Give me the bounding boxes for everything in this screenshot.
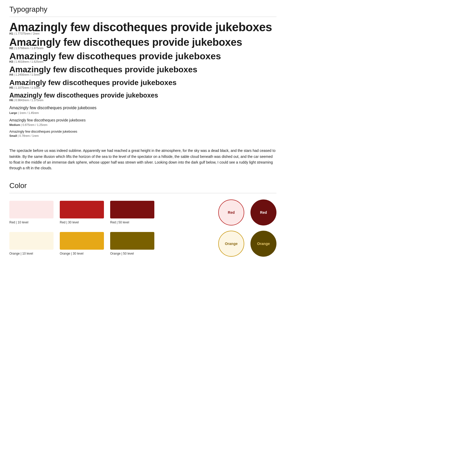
h5-sample: Amazingly few discotheques provide jukeb… [9,79,276,89]
large-meta: Large | 1rem / 1.45rem [9,111,276,114]
orange-circle-dark-shape: Orange [250,231,276,257]
orange-50-label: Orange | 50 level [110,252,154,255]
large-sample: Amazingly few discotheques provide jukeb… [9,105,276,114]
orange-50-rect [110,232,154,250]
h3-sample: Amazingly few discotheques provide jukeb… [9,53,276,63]
h6-text: Amazingly few discotheques provide jukeb… [9,92,276,98]
orange-circle-dark: Orange [250,231,276,257]
red-30-swatch: Red | 30 level [60,201,104,224]
orange-10-swatch: Orange | 10 level [9,232,54,255]
red-50-label: Red | 50 level [110,221,154,224]
orange-30-swatch: Orange | 30 level [60,232,104,255]
red-circle-light-shape: Red [218,199,244,225]
h6-meta: H6 | 0.9843rem / 1.375rem [9,99,276,102]
small-sample: Amazingly few discotheques provide jukeb… [9,130,276,137]
orange-30-rect [60,232,104,250]
page-title: Typography [9,5,276,17]
red-color-row: Red | 10 level Red | 30 level Red | 50 l… [9,199,276,225]
orange-10-label: Orange | 10 level [9,252,54,255]
red-circles: Red Red [177,199,276,225]
h2-text: Amazingly few discotheques provide jukeb… [9,38,276,46]
red-circle-dark-shape: Red [250,199,276,225]
orange-swatches: Orange | 10 level Orange | 30 level Oran… [9,232,161,255]
orange-50-swatch: Orange | 50 level [110,232,154,255]
red-circle-dark: Red [250,199,276,225]
red-circle-light: Red [218,199,244,225]
medium-sample: Amazingly few discotheques provide jukeb… [9,118,276,126]
h3-text: Amazingly few discotheques provide jukeb… [9,53,276,60]
small-meta: Small | 0.78rem / 1rem [9,134,276,137]
h6-sample: Amazingly few discotheques provide jukeb… [9,92,276,102]
color-section-title: Color [9,182,276,193]
paragraph-text: The spectacle before us was indeed subli… [9,148,276,171]
orange-circle-light: Orange [218,231,244,257]
small-text: Amazingly few discotheques provide jukeb… [9,130,276,134]
large-text: Amazingly few discotheques provide jukeb… [9,105,276,111]
red-30-label: Red | 30 level [60,221,104,224]
h4-text: Amazingly few discotheques provide jukeb… [9,66,276,73]
h1-sample: Amazingly few discotheques provide jukeb… [9,23,276,35]
medium-text: Amazingly few discotheques provide jukeb… [9,118,276,123]
orange-30-label: Orange | 30 level [60,252,104,255]
red-10-rect [9,201,54,218]
medium-meta: Medium | 0.875rem / 1.25rem [9,123,276,126]
red-10-label: Red | 10 level [9,221,54,224]
color-section: Color Red | 10 level Red | 30 level Red … [9,182,276,257]
red-50-swatch: Red | 50 level [110,201,154,224]
typography-section: Amazingly few discotheques provide jukeb… [9,23,276,137]
orange-color-row: Orange | 10 level Orange | 30 level Oran… [9,231,276,257]
orange-10-rect [9,232,54,250]
red-50-rect [110,201,154,218]
orange-circle-light-shape: Orange [218,231,244,257]
h2-sample: Amazingly few discotheques provide jukeb… [9,38,276,50]
red-swatches: Red | 10 level Red | 30 level Red | 50 l… [9,201,161,224]
orange-circles: Orange Orange [177,231,276,257]
h4-sample: Amazingly few discotheques provide jukeb… [9,66,276,76]
h5-text: Amazingly few discotheques provide jukeb… [9,79,276,86]
red-30-rect [60,201,104,218]
red-10-swatch: Red | 10 level [9,201,54,224]
h1-text: Amazingly few discotheques provide jukeb… [9,23,276,31]
